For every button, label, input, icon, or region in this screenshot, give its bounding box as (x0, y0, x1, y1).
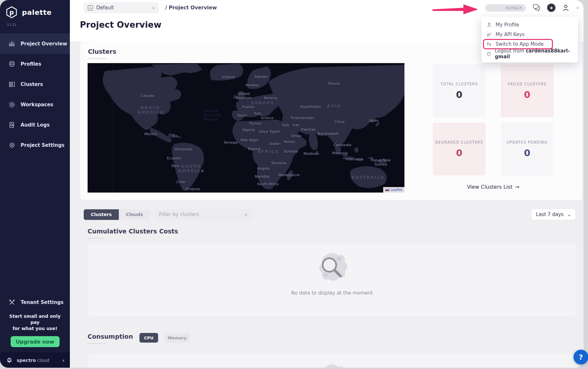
star-settings-icon[interactable]: ★ (547, 4, 555, 12)
chevron-down-icon: ∨ (244, 212, 248, 217)
user-avatar-icon[interactable] (562, 4, 570, 12)
consumption-section-title: Consumption (88, 333, 133, 344)
no-data-text: No data to display at the moment (291, 290, 373, 296)
sidebar-item-label: Profiles (21, 61, 41, 67)
memory-toggle-button[interactable]: Memory (165, 333, 190, 343)
app-version: 3.1.11 (0, 19, 70, 26)
no-data-illustration (313, 250, 351, 288)
sidebar-nav: Project Overview Profiles Clusters (0, 33, 70, 155)
view-clusters-list-link[interactable]: View Clusters List→ (433, 184, 554, 190)
breadcrumb: / Project Overview (165, 5, 217, 11)
sidebar-item-label: Workspaces (21, 102, 53, 108)
world-map-svg (88, 63, 404, 193)
project-chart-icon (88, 5, 93, 11)
clusters-card: Clusters (80, 42, 582, 200)
clusters-world-map[interactable]: IcelandSwedenNorwayRussiaCanadaUnited Ki… (88, 63, 404, 193)
tab-clouds[interactable]: Clouds (119, 209, 150, 220)
app-window: p palette 3.1.11 Project Overview (0, 0, 583, 368)
stat-failed-clusters: FAILED CLUSTERS 0 (501, 64, 554, 117)
menu-item-my-api-keys[interactable]: My API Keys (481, 30, 578, 39)
arrow-right-icon: → (515, 184, 519, 190)
palette-logo-icon: p (5, 6, 18, 19)
consumption-row: Consumption CPU Memory (88, 333, 190, 344)
menu-item-switch-to-app-mode[interactable]: Switch to App Mode (481, 39, 578, 49)
switch-mode-icon (487, 42, 492, 47)
menu-item-my-profile[interactable]: My Profile (481, 20, 578, 30)
help-button[interactable]: ? (574, 350, 588, 364)
sidebar-item-project-overview[interactable]: Project Overview (0, 33, 70, 54)
svg-text:p: p (9, 9, 14, 16)
app-name: palette (22, 8, 52, 16)
clusters-icon (8, 81, 15, 88)
person-icon (487, 22, 492, 27)
flag-icon (385, 188, 389, 191)
cpu-toggle-button[interactable]: CPU (139, 333, 158, 343)
power-icon (487, 51, 491, 56)
date-range-select[interactable]: Last 7 days ⌄ (531, 209, 576, 220)
brand-cloud: cloud (37, 358, 49, 363)
stat-updates-pending: UPDATES PENDING 0 (501, 123, 554, 175)
sidebar-footer: spectrocloud ‹ (0, 352, 70, 368)
sidebar-item-label: Clusters (21, 81, 43, 87)
upgrade-promo-text: Start small and only pay for what you us… (0, 311, 70, 332)
sidebar-item-profiles[interactable]: Profiles (0, 54, 70, 74)
menu-item-logout[interactable]: Logout from cardenas88karl-gmail (481, 49, 578, 59)
scope-tabs: Clusters Clouds (84, 209, 150, 220)
stat-total-clusters: TOTAL CLUSTERS 0 (433, 64, 486, 117)
topbar-actions: 0/25kCh ★ ∨ (485, 4, 579, 12)
user-menu-chevron-icon[interactable]: ∨ (576, 5, 579, 10)
filter-by-clusters-select[interactable]: Filter by clusters ∨ (155, 209, 252, 220)
sidebar: p palette 3.1.11 Project Overview (0, 0, 70, 368)
usage-quota-pill: 0/25kCh (485, 4, 526, 12)
costs-section-title: Cumulative Clusters Costs (88, 228, 178, 239)
sidebar-item-project-settings[interactable]: Project Settings (0, 135, 70, 155)
tab-clusters[interactable]: Clusters (84, 209, 119, 220)
sidebar-item-workspaces[interactable]: Workspaces (0, 94, 70, 115)
chat-icon[interactable] (532, 4, 541, 12)
sidebar-item-label: Project Settings (21, 142, 64, 148)
project-selector-value: Default (96, 5, 114, 11)
sidebar-bottom: Tenant Settings Start small and only pay… (0, 294, 70, 352)
profiles-icon (8, 61, 15, 68)
map-attribution[interactable]: Leaflet (383, 187, 404, 193)
cluster-stats-grid: TOTAL CLUSTERS 0 FAILED CLUSTERS 0 DEGRA… (433, 64, 554, 175)
brand-spectro: spectro (17, 358, 36, 363)
workspaces-icon (8, 101, 15, 108)
project-overview-icon (8, 40, 15, 47)
tools-icon (8, 299, 15, 306)
consumption-empty-state (88, 354, 576, 368)
sidebar-item-audit-logs[interactable]: Audit Logs (0, 115, 70, 135)
spectro-cloud-logo-icon (5, 356, 14, 364)
key-icon (487, 32, 492, 37)
sidebar-item-label: Audit Logs (21, 122, 50, 128)
project-selector[interactable]: Default ∨ (84, 2, 159, 13)
topbar: Default ∨ / Project Overview 0/25kCh ★ (70, 0, 583, 15)
audit-logs-icon (8, 121, 15, 128)
user-dropdown-menu: My Profile My API Keys Switch to App Mod… (481, 17, 578, 62)
sidebar-item-label: Tenant Settings (21, 299, 63, 305)
sidebar-item-tenant-settings[interactable]: Tenant Settings (0, 294, 70, 311)
costs-empty-state: No data to display at the moment (88, 244, 576, 316)
content-panel: Clusters (70, 42, 583, 368)
gear-icon (8, 142, 15, 149)
upgrade-now-button[interactable]: Upgrade now (11, 336, 60, 347)
collapse-sidebar-chevron-icon[interactable]: ‹ (62, 357, 65, 364)
filter-row: Clusters Clouds Filter by clusters ∨ Las… (84, 209, 576, 220)
no-data-illustration (314, 361, 350, 368)
stat-degraded-clusters: DEGRADED CLUSTERS 0 (433, 123, 486, 175)
clusters-card-title: Clusters (88, 48, 116, 59)
chevron-down-icon: ∨ (152, 5, 155, 10)
chevron-down-icon: ⌄ (567, 212, 571, 217)
logo-row: p palette (0, 0, 70, 19)
sidebar-item-label: Project Overview (21, 41, 67, 47)
sidebar-item-clusters[interactable]: Clusters (0, 74, 70, 94)
